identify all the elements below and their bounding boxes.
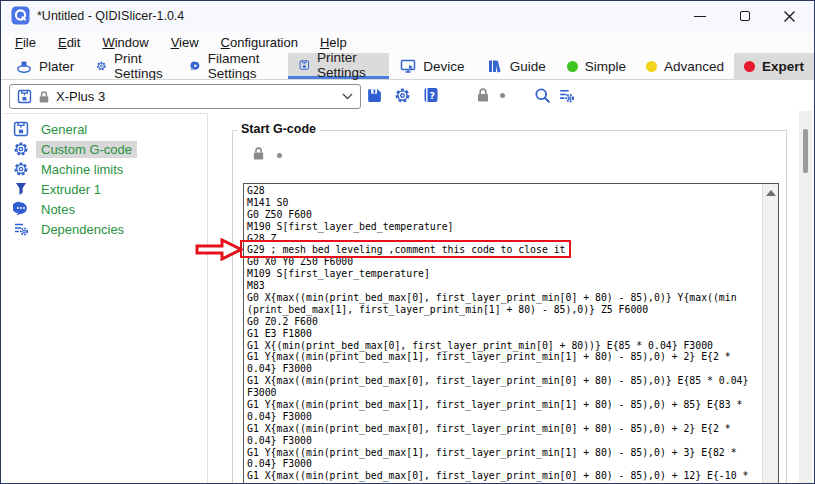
extruder-funnel-icon [13,181,29,197]
textarea-scrollbar[interactable] [762,184,778,484]
speech-bubble-icon [13,201,29,217]
tab-printer-settings[interactable]: Printer Settings [288,53,389,79]
mode-switcher: Simple Advanced Expert [557,53,814,79]
menu-bar: File Edit Window View Configuration Help [1,31,814,53]
save-icon [366,87,383,104]
close-button[interactable] [767,1,812,31]
group-title: Start G-code [237,122,320,136]
tab-bar: Plater Print Settings Filament Settings [1,53,814,80]
tab-plater[interactable]: Plater [5,53,85,79]
sidebar-item-extruder-1[interactable]: Extruder 1 [5,179,207,199]
expert-mode-dot-icon [744,61,755,72]
tab-device-label: Device [423,59,464,74]
preset-settings-button[interactable] [392,85,412,105]
search-settings-button[interactable] [556,85,576,105]
mode-expert[interactable]: Expert [734,53,814,79]
question-book-icon: ? [423,87,439,103]
gcode-line: G1 Y{max((min(print_bed_max[1], first_la… [247,447,761,459]
tab-device[interactable]: Device [389,53,475,79]
page-scrollbar-thumb[interactable] [803,129,808,173]
gcode-line: 0.04} F3000 [247,458,761,470]
menu-view[interactable]: View [160,33,210,52]
list-gear-icon [13,221,29,237]
gcode-line: G0 X{max((min(print_bed_max[0], first_la… [247,292,761,304]
gcode-line-highlighted: G29 ; mesh bed leveling ,comment this co… [247,244,761,256]
sidebar-item-label: Machine limits [36,161,128,178]
tab-filament-settings[interactable]: Filament Settings [179,53,288,79]
tab-guide[interactable]: Guide [476,53,557,79]
sidebar-item-label: Extruder 1 [36,181,106,198]
gcode-line: G28 [247,185,761,197]
sidebar-item-label: Notes [36,201,80,218]
gcode-line: G1 Y{max((min(print_bed_max[1], first_la… [247,351,761,363]
maximize-button[interactable] [722,1,767,31]
gear-icon [13,141,29,157]
filament-icon [190,58,201,74]
modified-indicator-dot [277,153,282,158]
search-icon [534,87,551,104]
tab-print-settings[interactable]: Print Settings [85,53,179,79]
menu-window[interactable]: Window [91,33,159,52]
sidebar-item-general[interactable]: General [5,119,207,139]
guide-books-icon [487,58,503,74]
app-logo-icon [11,6,30,25]
svg-text:?: ? [430,90,436,101]
gear-icon [96,58,107,74]
gcode-line: M83 [247,280,761,292]
page-scrollbar[interactable] [799,111,812,484]
window-title: *Untitled - QIDISlicer-1.0.4 [37,9,184,23]
printer-preset-dropdown[interactable]: X-Plus 3 [9,84,361,109]
gear-icon [13,161,29,177]
sidebar-item-notes[interactable]: Notes [5,199,207,219]
gcode-line: F3000 [247,387,761,399]
gear-icon [394,87,411,104]
gcode-line: M109 S[first_layer_temperature] [247,268,761,280]
gcode-line: G0 Z50 F600 [247,209,761,221]
plater-icon [16,58,32,74]
lock-icon[interactable] [252,146,265,161]
mode-simple[interactable]: Simple [557,53,636,79]
tab-filament-settings-label: Filament Settings [208,51,278,81]
mode-advanced[interactable]: Advanced [636,53,734,79]
save-preset-button[interactable] [364,85,384,105]
simple-mode-dot-icon [567,61,578,72]
sidebar-item-dependencies[interactable]: Dependencies [5,219,207,239]
modified-indicator-dot [492,85,512,105]
list-gear-icon [558,87,575,104]
gcode-line: M190 S[first_layer_bed_temperature] [247,221,761,233]
start-gcode-textarea[interactable]: G28 M141 S0 G0 Z50 F600 M190 S[first_lay… [243,183,779,484]
tab-print-settings-label: Print Settings [114,51,168,81]
gcode-line: 0.04} F3000 [247,363,761,375]
close-icon [783,10,796,23]
tab-plater-label: Plater [39,59,74,74]
gcode-line: G1 Y{max((min(print_bed_max[1], first_la… [247,399,761,411]
printer-icon [299,57,310,73]
sidebar-item-label: General [36,121,92,138]
help-button[interactable]: ? [421,85,441,105]
sidebar-item-machine-limits[interactable]: Machine limits [5,159,207,179]
lock-icon [38,90,50,104]
gcode-line: G1 X{max((min(print_bed_max[0], first_la… [247,470,761,482]
minimize-icon [694,16,706,17]
sidebar-item-label: Custom G-code [36,141,137,158]
gcode-line: 0.04} F3000 [247,435,761,447]
gcode-line: 0.04} F3000 [247,411,761,423]
menu-edit[interactable]: Edit [47,33,91,52]
lock-toggle-button[interactable] [473,85,493,105]
gcode-line: G1 X{max((min(print_bed_max[0], first_la… [247,375,761,387]
tab-printer-settings-label: Printer Settings [317,50,378,80]
scroll-up-arrow-icon[interactable] [766,190,776,196]
printer-icon [17,89,32,104]
device-icon [400,58,416,74]
search-button[interactable] [532,85,552,105]
advanced-mode-dot-icon [646,61,657,72]
sidebar-item-label: Dependencies [36,221,129,238]
preset-toolbar: X-Plus 3 ? [1,80,814,113]
settings-page-list: General Custom G-code Machine limits Ext… [5,113,208,484]
sidebar-item-custom-gcode[interactable]: Custom G-code [5,139,207,159]
printer-icon [13,121,29,137]
menu-configuration[interactable]: Configuration [210,33,309,52]
minimize-button[interactable] [677,1,722,31]
menu-file[interactable]: File [4,33,47,52]
mode-simple-label: Simple [585,59,626,74]
